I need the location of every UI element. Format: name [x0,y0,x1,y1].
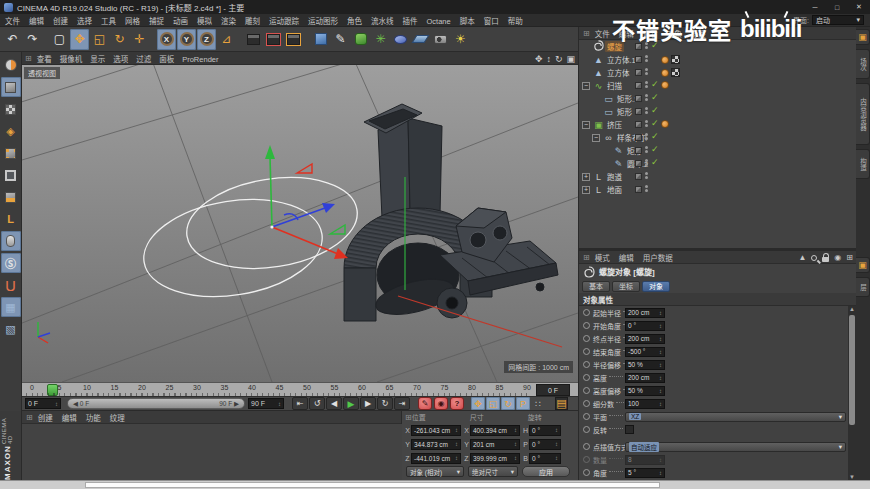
minimize-button[interactable]: ─ [804,0,826,14]
gizmo-spiral[interactable] [137,145,364,309]
panel-grip-icon[interactable]: ⊞ [25,54,32,63]
attribute-field[interactable]: 100↕ [625,399,665,409]
viewport-menu-item[interactable]: 选项 [113,55,128,64]
menubar-item[interactable]: 运动跟踪 [269,17,299,26]
enabled-check-icon[interactable]: ✓ [651,144,659,154]
object-name[interactable]: 立方体 [605,67,632,78]
menubar-item[interactable]: 动画 [173,17,188,26]
objects-panel-tab[interactable]: ▣ [856,29,870,45]
object-manager-list[interactable]: 螺旋✓▲立方体.1▲立方体−∿扫描✓▭矩形.1✓▭矩形✓−▣挤压✓−∞样条布尔✓… [579,40,857,248]
apply-button[interactable]: 应用 [522,466,570,477]
expander-icon[interactable]: − [582,82,590,90]
make-editable-icon[interactable] [1,55,21,75]
attribute-field[interactable]: 50 %↕ [625,386,665,396]
viewport-menu-item[interactable]: 显示 [90,55,105,64]
maximize-button[interactable]: □ [826,0,848,14]
editor-toggle-icon[interactable] [635,134,642,141]
object-row[interactable]: −▣挤压✓ [579,118,857,131]
attribute-field[interactable]: 5 °↕ [625,468,665,478]
viewport-menu-item[interactable]: ProRender [182,55,218,64]
menubar-item[interactable]: 运动图形 [308,17,338,26]
object-name[interactable]: 扫描 [605,80,624,91]
visibility-dots-icon[interactable] [645,172,648,179]
phong-tag-icon[interactable] [661,56,669,64]
model-mode-icon[interactable] [1,77,21,97]
menubar-item[interactable]: 流水线 [371,17,394,26]
attributes-section-header[interactable]: 对象属性 [579,293,857,306]
menubar-item[interactable]: 网格 [125,17,140,26]
editor-toggle-icon[interactable] [635,56,642,63]
visibility-dots-icon[interactable] [645,42,648,49]
play-button[interactable]: ▶ [343,397,359,410]
stepper-icon[interactable]: ↕ [659,323,662,329]
position-mode-dropdown[interactable]: 对象 (相对) ▾ [406,466,464,477]
enabled-check-icon[interactable]: ✓ [651,118,659,128]
deformer-icon[interactable]: ✳ [371,29,390,50]
viewport-menu-item[interactable]: 摄像机 [60,55,83,64]
menubar-item[interactable]: 工具 [101,17,116,26]
enabled-check-icon[interactable]: ✓ [651,157,659,167]
frame-range-slider[interactable]: ◀ 0 F 90 F ▶ [67,398,245,409]
object-name[interactable]: 跑道 [605,171,624,182]
goto-start-button[interactable]: ⇤ [292,397,308,410]
camera-icon[interactable] [431,29,450,50]
stepper-icon[interactable]: ↕ [659,470,662,476]
editor-toggle-icon[interactable] [635,173,642,180]
phong-tag-icon[interactable] [661,120,669,128]
edges-mode-icon[interactable] [1,165,21,185]
attribute-field[interactable]: -500 °↕ [625,347,665,357]
phong-tag-icon[interactable] [661,69,669,77]
attribute-field[interactable]: 8↕ [625,455,665,465]
coordinate-field[interactable]: 344.873 cm↕ [411,439,461,450]
menubar-item[interactable]: 角色 [347,17,362,26]
material-menu-item[interactable]: 功能 [86,414,101,423]
coordinate-field[interactable]: 201 cm↕ [470,439,520,450]
stepper-icon[interactable]: ↕ [455,455,458,461]
visibility-dots-icon[interactable] [645,81,648,88]
next-key-button[interactable]: ↻ [377,397,393,410]
editor-toggle-icon[interactable] [635,95,642,102]
end-frame-field[interactable]: 90 F ↕ [248,398,284,409]
goto-end-button[interactable]: ⇥ [394,397,410,410]
expander-icon[interactable]: + [582,186,590,194]
prev-frame-button[interactable]: ◀ [326,397,342,410]
dock-tab-bottom-0[interactable]: 层 [856,277,870,297]
render-region-icon[interactable] [264,29,283,50]
object-manager-menu-item[interactable]: 编辑 [619,30,634,39]
stepper-icon[interactable]: ↕ [659,388,662,394]
z-axis-lock-icon[interactable]: Z [197,29,216,50]
y-axis-lock-icon[interactable]: Y [177,29,196,50]
visibility-dots-icon[interactable] [645,68,648,75]
workplane-mode-icon[interactable]: ◈ [1,121,21,141]
menubar-item[interactable]: 选择 [77,17,92,26]
keyframe-selection-button[interactable]: ? [450,397,464,410]
interface-dropdown[interactable]: 启动 ▾ [812,15,864,25]
snap-enable-icon[interactable]: ⋃ [1,275,21,295]
rotate-view-icon[interactable]: ↻ [555,54,563,64]
playhead[interactable] [47,384,58,396]
keyframe-dot-icon[interactable] [583,361,590,368]
object-row[interactable]: +L跑道 [579,170,857,183]
menubar-item[interactable]: 窗口 [484,17,499,26]
menubar-item[interactable]: 模拟 [197,17,212,26]
keyframe-dot-icon[interactable] [583,335,590,342]
pla-key-toggle[interactable]: ∷ [531,397,545,410]
dock-tab-1[interactable]: 内容浏览器 [856,83,870,145]
menubar-item[interactable]: 文件 [5,17,20,26]
viewport-solo-icon[interactable]: Ⓢ [1,253,21,273]
coordinate-field[interactable]: 399.999 cm↕ [470,453,520,464]
stepper-icon[interactable]: ↕ [659,362,662,368]
stepper-icon[interactable]: ↕ [55,401,58,407]
keyframe-dot-icon[interactable] [583,374,590,381]
enabled-check-icon[interactable]: ✓ [651,92,659,102]
parameter-key-toggle[interactable]: P [516,397,530,410]
panel-grip-icon[interactable]: ⊞ [405,413,412,422]
object-row[interactable]: −∞样条布尔✓ [579,131,857,144]
invert-checkbox[interactable] [625,425,634,434]
attribute-field[interactable]: 200 cm↕ [625,334,665,344]
start-frame-field[interactable]: 0 F ↕ [25,398,61,409]
dolly-view-icon[interactable]: ↕ [546,54,551,64]
prev-key-button[interactable]: ↺ [309,397,325,410]
editor-toggle-icon[interactable] [635,43,642,50]
material-list-area[interactable] [22,424,402,480]
